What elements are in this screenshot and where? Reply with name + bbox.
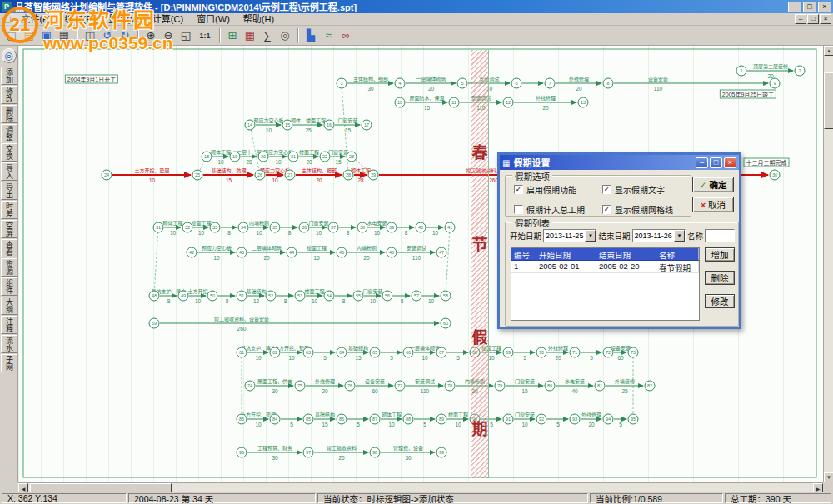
checkbox-box[interactable]: ✓	[602, 185, 611, 194]
ok-button[interactable]: ✓ 确定	[692, 177, 734, 192]
table-header-cell[interactable]: 结束日期	[596, 248, 656, 260]
sidebar-item-label: 流水	[5, 337, 12, 352]
sidebar-item[interactable]: 组件	[1, 277, 17, 296]
print-preview-icon[interactable]: ◫	[82, 27, 98, 43]
maximize-button[interactable]: □	[803, 2, 816, 12]
new-file-icon[interactable]: ▢	[3, 27, 20, 43]
settings-icon[interactable]: ◎	[277, 27, 293, 43]
holiday-name-input[interactable]	[705, 229, 735, 242]
dialog-close-button[interactable]: ×	[724, 157, 736, 168]
node-number-label: 81	[597, 383, 602, 388]
edge-name-label: 楼面工程	[481, 345, 501, 352]
sidebar-item[interactable]: 注释	[1, 316, 17, 334]
end-date-picker[interactable]: 2013-11-26 ▼	[632, 229, 686, 242]
sidebar-item[interactable]: 资源	[1, 258, 17, 277]
checkbox-box[interactable]: ✓	[602, 205, 611, 214]
annotation-box: 十二月二期完成	[744, 158, 790, 167]
scroll-down-icon[interactable]: ▼	[824, 472, 833, 482]
sidebar-item[interactable]: 导入	[1, 162, 17, 181]
node-number-label: 87	[372, 417, 377, 422]
checkbox-box[interactable]	[514, 205, 523, 214]
sidebar-item[interactable]: 删除	[1, 105, 17, 123]
table-header-cell[interactable]: 编号	[511, 248, 536, 260]
toolbar-separator	[137, 28, 139, 43]
calendar-icon[interactable]: ▦	[242, 27, 258, 43]
edge-name-label: 外线修理	[548, 345, 568, 352]
zoom-in-icon[interactable]: ⊕	[142, 27, 159, 43]
menu-item[interactable]: 计算(C)	[146, 14, 190, 24]
grid-icon[interactable]: ⊞	[224, 27, 241, 43]
start-date-picker[interactable]: 2013-11-25 ▼	[543, 229, 596, 242]
diagram-canvas[interactable]: 顶层第二层装修2012主体结构、细部30一层墙体砌筑20安装调试10外线修理20…	[18, 46, 823, 482]
sidebar-item[interactable]: 流水	[1, 335, 17, 353]
sidebar-item-label: 时差	[5, 202, 12, 217]
group-label: 假期列表	[512, 217, 552, 229]
select-tool-icon[interactable]: ◎	[2, 48, 17, 63]
holiday-table[interactable]: 编号开始日期结束日期名称 12005-02-012005-02-20春节假期	[511, 247, 700, 321]
print-icon[interactable]: ▦	[56, 27, 72, 43]
node-number-label: 29	[371, 172, 376, 177]
edge-name-label: 土方开挖、垫层	[134, 167, 169, 174]
dialog-minimize-button[interactable]: –	[696, 157, 708, 168]
checkbox[interactable]: 假期计入总工期	[514, 203, 602, 216]
vertical-scroll-thumb[interactable]	[824, 72, 833, 129]
network-icon[interactable]: ∞	[337, 27, 354, 43]
sidebar-item[interactable]: 大纲	[1, 297, 17, 315]
checkbox[interactable]: ✓显示假期网格线	[602, 203, 691, 216]
sidebar-item[interactable]: 添加	[1, 67, 17, 85]
line-chart-icon[interactable]: ≈	[320, 27, 337, 43]
undo-icon[interactable]: ↺	[99, 27, 116, 43]
close-button[interactable]: ×	[818, 2, 831, 12]
add-holiday-button[interactable]: 增加	[705, 247, 735, 262]
zoom-out-icon[interactable]: ⊖	[160, 27, 177, 43]
checkbox[interactable]: ✓启用假期功能	[514, 183, 602, 196]
delete-holiday-button[interactable]: 删除	[705, 271, 735, 285]
mdi-close-button[interactable]: ×	[820, 14, 831, 24]
sidebar-item[interactable]: 交换	[1, 143, 17, 162]
modify-holiday-button[interactable]: 修改	[705, 294, 735, 308]
table-cell: 春节假期	[656, 261, 699, 272]
dialog-title-bar[interactable]: ▦ 假期设置 – □ ×	[500, 155, 739, 170]
sidebar-item[interactable]: 子网	[1, 354, 17, 372]
calc-icon[interactable]: ∑	[259, 27, 276, 43]
zoom-fit-icon[interactable]: ◱	[177, 27, 194, 43]
mdi-minimize-button[interactable]: –	[795, 14, 806, 24]
horizontal-scrollbar[interactable]: ◀ ▶	[18, 482, 823, 492]
scroll-up-icon[interactable]: ▲	[824, 46, 833, 56]
checkbox[interactable]: ✓显示假期文字	[602, 183, 691, 196]
table-header-cell[interactable]: 开始日期	[536, 248, 596, 260]
menu-item[interactable]: 编辑(E)	[58, 14, 102, 24]
sidebar-item[interactable]: 修改	[1, 86, 17, 104]
menu-item[interactable]: 文件(F)	[14, 14, 57, 24]
chevron-down-icon[interactable]: ▼	[674, 230, 685, 242]
table-header-cell[interactable]: 名称	[656, 248, 699, 260]
edge-duration-label: 30	[367, 86, 374, 92]
sidebar-item[interactable]: 导出	[1, 182, 17, 200]
one-to-one-icon[interactable]: 1:1	[195, 27, 215, 43]
node-number-label: 83	[239, 417, 244, 422]
table-row[interactable]: 12005-02-012005-02-20春节假期	[511, 261, 699, 273]
chevron-down-icon[interactable]: ▼	[585, 230, 596, 242]
mdi-restore-button[interactable]: □	[807, 14, 819, 24]
node-number-label: 30	[772, 172, 777, 177]
bar-chart-icon[interactable]: ▙	[302, 27, 319, 43]
sidebar-item[interactable]: 查看	[1, 239, 17, 257]
sidebar-item[interactable]: 时差	[1, 201, 17, 219]
minimize-button[interactable]: –	[788, 2, 801, 12]
node-number-label: 98	[372, 450, 377, 455]
dialog-restore-button[interactable]: □	[710, 157, 722, 168]
open-folder-icon[interactable]: ▤	[21, 27, 37, 43]
menu-item[interactable]: 帮助(H)	[237, 14, 281, 24]
edge-duration-label: 15	[424, 105, 431, 111]
vertical-scrollbar[interactable]: ▲ ▼	[823, 46, 833, 482]
menu-item[interactable]: 显示(V)	[102, 14, 146, 24]
sidebar-item[interactable]: 调整	[1, 124, 17, 142]
save-icon[interactable]: ▣	[38, 27, 55, 43]
end-date-label: 结束日期	[598, 230, 630, 242]
sidebar-item[interactable]: 空屏	[1, 220, 17, 238]
checkbox-box[interactable]: ✓	[514, 185, 523, 194]
menu-item[interactable]: 窗口(W)	[190, 14, 237, 24]
title-bar[interactable]: P 品茗智能网络计划编制与管理软件 - [D:\PINMING\CDM2014\…	[0, 0, 833, 13]
redo-icon[interactable]: ↻	[117, 27, 133, 43]
cancel-button[interactable]: × 取消	[692, 197, 734, 212]
